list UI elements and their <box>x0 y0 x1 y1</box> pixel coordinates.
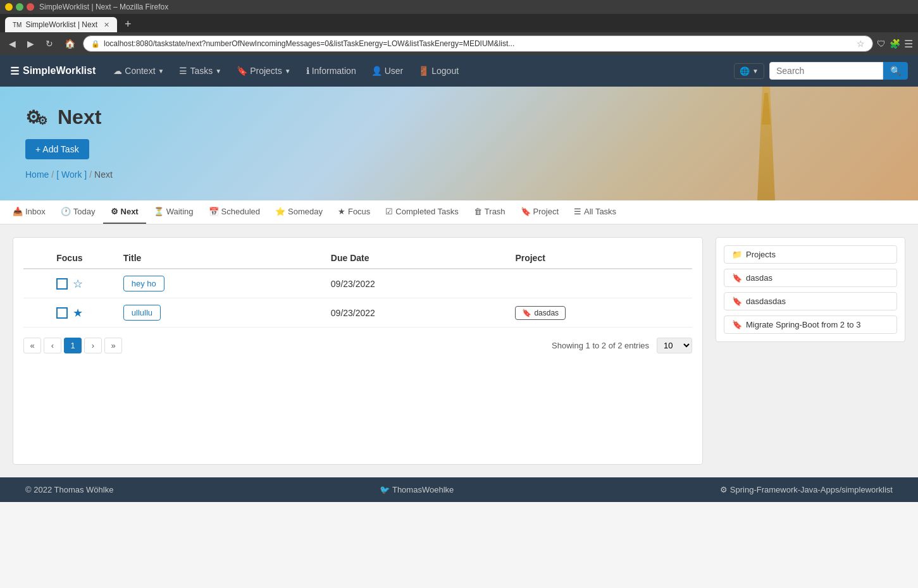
tab-trash[interactable]: 🗑 Trash <box>466 200 513 224</box>
task-title-button-1[interactable]: hey ho <box>123 276 164 291</box>
back-button[interactable]: ◀ <box>5 37 20 50</box>
breadcrumb-work[interactable]: [ Work ] <box>56 169 87 180</box>
col-due-date: Due Date <box>323 248 508 269</box>
reload-button[interactable]: ↻ <box>42 37 57 50</box>
nav-tasks[interactable]: ☰ Tasks ▼ <box>171 55 229 87</box>
project-label: Project <box>533 207 559 216</box>
checkbox-2[interactable] <box>56 307 68 319</box>
tab-close-icon[interactable]: ✕ <box>104 21 109 29</box>
page-prev-button[interactable]: ‹ <box>44 338 61 353</box>
nav-logout[interactable]: 🚪 Logout <box>411 55 466 87</box>
checkbox-1[interactable] <box>56 278 68 290</box>
bookmark-icon[interactable]: ☆ <box>857 39 865 49</box>
footer-twitter[interactable]: 🐦 ThomasWoehlke <box>380 485 454 494</box>
gear-icon-small: ⚙ <box>37 114 47 128</box>
cloud-icon: ☁ <box>113 66 122 76</box>
brand-icon: ☰ <box>10 65 19 77</box>
globe-button[interactable]: 🌐 ▼ <box>734 63 764 79</box>
star-icon-2[interactable]: ★ <box>73 306 83 320</box>
pagination-area: « ‹ 1 › » Showing 1 to 2 of 2 entries 10… <box>23 338 692 353</box>
tab-bar: TM SimpleWorklist | Next ✕ + <box>0 14 918 32</box>
tab-project[interactable]: 🔖 Project <box>513 200 566 224</box>
page-next-button[interactable]: › <box>84 338 102 353</box>
projects-caret: ▼ <box>285 68 291 75</box>
someday-icon: ⭐ <box>275 207 285 216</box>
table-row: ★ ullullu 09/23/2022 🔖 dasdas <box>23 298 692 328</box>
sidebar-projects-button[interactable]: 📁 Projects <box>724 245 897 264</box>
task-title-button-2[interactable]: ullullu <box>123 305 161 321</box>
tab-all-tasks[interactable]: ☰ All Tasks <box>566 200 624 224</box>
dot-close[interactable] <box>27 3 34 11</box>
completed-icon: ☑ <box>385 207 393 216</box>
col-project: Project <box>507 248 692 269</box>
project-badge-dasdas[interactable]: 🔖 dasdas <box>515 306 566 320</box>
focus-cell-2: ★ <box>23 298 116 328</box>
focus-cell-1: ☆ <box>23 269 116 298</box>
tab-someday[interactable]: ⭐ Someday <box>268 200 330 224</box>
star-icon-1[interactable]: ☆ <box>73 277 83 291</box>
tab-today[interactable]: 🕐 Today <box>53 200 103 224</box>
brand-link[interactable]: ☰ SimpleWorklist <box>10 65 96 77</box>
extensions-icon: 🧩 <box>890 39 900 49</box>
all-tasks-icon: ☰ <box>574 207 581 216</box>
project-label-2: dasdasdas <box>746 297 786 306</box>
tasks-caret: ▼ <box>215 68 221 75</box>
focus-icon: ★ <box>338 207 345 216</box>
title-cell-2: ullullu <box>116 298 323 328</box>
page-first-button[interactable]: « <box>23 338 41 353</box>
project-cell-1 <box>507 269 692 298</box>
context-label: Context <box>125 66 155 76</box>
page-size-select[interactable]: 10 25 50 100 <box>657 338 692 353</box>
nav-user[interactable]: 👤 User <box>364 55 411 87</box>
new-tab-button[interactable]: + <box>120 16 137 32</box>
breadcrumb-home[interactable]: Home <box>25 169 49 180</box>
tab-inbox[interactable]: 📥 Inbox <box>5 200 53 224</box>
footer-github[interactable]: ⚙ Spring-Framework-Java-Apps/simpleworkl… <box>720 485 893 494</box>
scheduled-icon: 📅 <box>209 207 219 216</box>
sidebar-project-dasdasdas[interactable]: 🔖 dasdasdas <box>724 292 897 310</box>
tab-next[interactable]: ⚙ Next <box>103 200 146 224</box>
col-focus: Focus <box>23 248 116 269</box>
project-label-1: dasdas <box>746 273 772 283</box>
page-1-button[interactable]: 1 <box>64 338 82 353</box>
nav-context[interactable]: ☁ Context ▼ <box>106 55 171 87</box>
projects-folder-icon: 📁 <box>732 250 742 259</box>
search-input[interactable] <box>769 62 883 80</box>
logout-icon: 🚪 <box>418 66 429 76</box>
sidebar-project-dasdas[interactable]: 🔖 dasdas <box>724 269 897 287</box>
search-button[interactable]: 🔍 <box>883 62 908 80</box>
inbox-label: Inbox <box>25 207 46 216</box>
projects-icon: 🔖 <box>237 66 247 76</box>
next-icon: ⚙ <box>111 207 118 216</box>
browser-tab[interactable]: TM SimpleWorklist | Next ✕ <box>5 17 117 32</box>
nav-projects[interactable]: 🔖 Projects ▼ <box>229 55 298 87</box>
sidebar-project-migrate[interactable]: 🔖 Migrate Spring-Boot from 2 to 3 <box>724 315 897 334</box>
dot-minimize[interactable] <box>5 3 13 11</box>
url-bar[interactable]: 🔒 localhost:8080/taskstate/next?numberOf… <box>83 35 873 52</box>
breadcrumb-current: Next <box>94 169 113 180</box>
brand-label: SimpleWorklist <box>23 65 96 77</box>
task-table: Focus Title Due Date Project ☆ <box>23 248 692 328</box>
information-label: Information <box>312 66 356 76</box>
hero-section: ⚙ ⚙ Next + Add Task Home / [ Work ] / Ne… <box>0 87 918 200</box>
dot-maximize[interactable] <box>16 3 23 11</box>
project-icon: 🔖 <box>521 207 531 216</box>
scheduled-label: Scheduled <box>221 207 260 216</box>
trash-icon: 🗑 <box>474 207 482 216</box>
twitter-icon: 🐦 <box>380 485 390 494</box>
tab-completed[interactable]: ☑ Completed Tasks <box>378 200 466 224</box>
page-last-button[interactable]: » <box>104 338 122 353</box>
nav-information[interactable]: ℹ Information <box>299 55 364 87</box>
trash-label: Trash <box>485 207 506 216</box>
home-button[interactable]: 🏠 <box>61 37 79 50</box>
someday-label: Someday <box>288 207 323 216</box>
tab-scheduled[interactable]: 📅 Scheduled <box>201 200 268 224</box>
add-task-button[interactable]: + Add Task <box>25 139 89 159</box>
menu-icon[interactable]: ☰ <box>904 38 913 50</box>
today-icon: 🕐 <box>61 207 71 216</box>
search-box: 🔍 <box>769 62 908 80</box>
tab-waiting[interactable]: ⏳ Waiting <box>146 200 201 224</box>
main-content: Focus Title Due Date Project ☆ <box>0 224 918 477</box>
forward-button[interactable]: ▶ <box>23 37 38 50</box>
tab-focus[interactable]: ★ Focus <box>330 200 378 224</box>
